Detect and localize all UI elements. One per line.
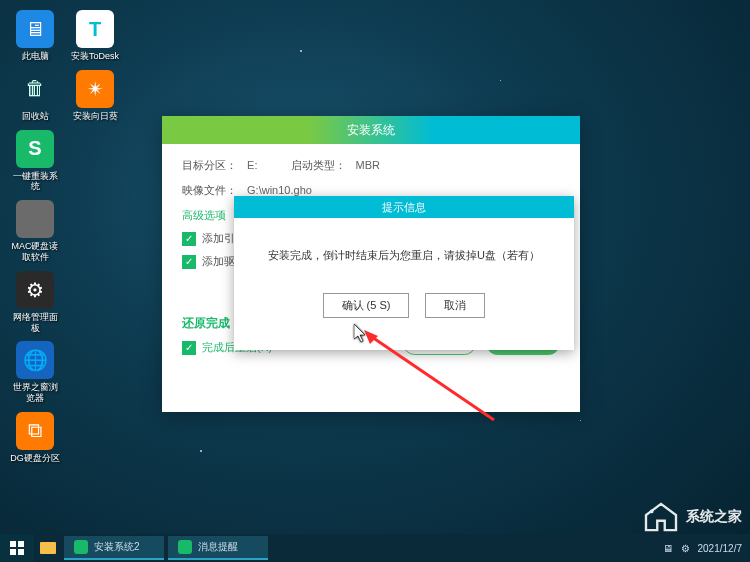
- prompt-dialog: 提示信息 安装完成，倒计时结束后为您重启，请拔掉U盘（若有） 确认 (5 S) …: [234, 196, 574, 350]
- icon-todesk[interactable]: T安装ToDesk: [70, 10, 120, 62]
- check-icon: ✓: [182, 232, 196, 246]
- start-button[interactable]: [0, 534, 34, 562]
- icon-mac-disk[interactable]: MAC硬盘读取软件: [10, 200, 60, 263]
- icon-dg-partition[interactable]: ⧉DG硬盘分区: [10, 412, 60, 464]
- image-value: G:\win10.gho: [247, 184, 312, 196]
- icon-this-pc[interactable]: 🖥此电脑: [10, 10, 60, 62]
- tray-date: 2021/12/7: [698, 543, 743, 554]
- target-value: E:: [247, 159, 257, 171]
- boot-label: 启动类型：: [291, 158, 353, 173]
- prompt-title: 提示信息: [234, 196, 574, 218]
- svg-rect-4: [18, 541, 24, 547]
- tray-network-icon[interactable]: ⚙: [681, 543, 690, 554]
- icon-recycle-bin[interactable]: 🗑回收站: [10, 70, 60, 122]
- svg-rect-6: [18, 549, 24, 555]
- dialog-title: 安装系统: [162, 116, 580, 144]
- cursor-icon: [354, 324, 370, 348]
- icon-network-panel[interactable]: ⚙网络管理面板: [10, 271, 60, 334]
- desktop-icons: 🖥此电脑 T安装ToDesk 🗑回收站 ✴安装向日葵 S一键重装系统 MAC硬盘…: [10, 10, 120, 464]
- cancel-button[interactable]: 取消: [425, 293, 485, 318]
- check-icon: ✓: [182, 255, 196, 269]
- target-label: 目标分区：: [182, 158, 244, 173]
- check-icon: ✓: [182, 341, 196, 355]
- boot-value: MBR: [356, 159, 380, 171]
- svg-rect-3: [10, 541, 16, 547]
- taskbar: 安装系统2 消息提醒 🖥 ⚙ 2021/12/7: [0, 534, 750, 562]
- prompt-message: 安装完成，倒计时结束后为您重启，请拔掉U盘（若有）: [254, 248, 554, 263]
- taskbar-item-message[interactable]: 消息提醒: [168, 536, 268, 560]
- svg-rect-5: [10, 549, 16, 555]
- tray-monitor-icon[interactable]: 🖥: [663, 543, 673, 554]
- taskbar-item-install[interactable]: 安装系统2: [64, 536, 164, 560]
- svg-point-2: [650, 510, 654, 514]
- windows-icon: [10, 541, 24, 555]
- icon-browser[interactable]: 🌐世界之窗浏览器: [10, 341, 60, 404]
- icon-sunflower[interactable]: ✴安装向日葵: [70, 70, 120, 122]
- confirm-button[interactable]: 确认 (5 S): [323, 293, 410, 318]
- taskbar-explorer-icon[interactable]: [34, 534, 62, 562]
- icon-reinstall[interactable]: S一键重装系统: [10, 130, 60, 193]
- house-icon: [642, 502, 680, 532]
- watermark: 系统之家: [642, 502, 742, 532]
